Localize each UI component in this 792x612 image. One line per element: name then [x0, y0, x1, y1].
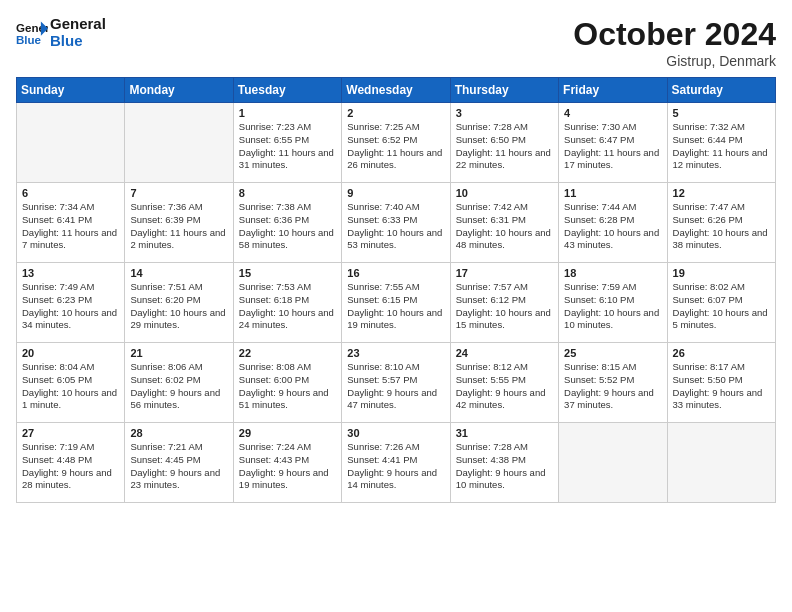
day-info: Sunrise: 7:21 AMSunset: 4:45 PMDaylight:… [130, 441, 227, 492]
day-info: Sunrise: 7:44 AMSunset: 6:28 PMDaylight:… [564, 201, 661, 252]
day-info: Sunrise: 8:17 AMSunset: 5:50 PMDaylight:… [673, 361, 770, 412]
day-info: Sunrise: 7:53 AMSunset: 6:18 PMDaylight:… [239, 281, 336, 332]
calendar-cell [125, 103, 233, 183]
calendar-cell: 28Sunrise: 7:21 AMSunset: 4:45 PMDayligh… [125, 423, 233, 503]
col-monday: Monday [125, 78, 233, 103]
day-info: Sunrise: 7:28 AMSunset: 6:50 PMDaylight:… [456, 121, 553, 172]
calendar-cell: 27Sunrise: 7:19 AMSunset: 4:48 PMDayligh… [17, 423, 125, 503]
day-number: 12 [673, 187, 770, 199]
day-info: Sunrise: 8:06 AMSunset: 6:02 PMDaylight:… [130, 361, 227, 412]
calendar-body: 1Sunrise: 7:23 AMSunset: 6:55 PMDaylight… [17, 103, 776, 503]
calendar-cell [667, 423, 775, 503]
calendar-cell: 1Sunrise: 7:23 AMSunset: 6:55 PMDaylight… [233, 103, 341, 183]
calendar-cell: 22Sunrise: 8:08 AMSunset: 6:00 PMDayligh… [233, 343, 341, 423]
calendar-cell: 3Sunrise: 7:28 AMSunset: 6:50 PMDaylight… [450, 103, 558, 183]
day-number: 3 [456, 107, 553, 119]
day-info: Sunrise: 7:38 AMSunset: 6:36 PMDaylight:… [239, 201, 336, 252]
day-number: 13 [22, 267, 119, 279]
col-tuesday: Tuesday [233, 78, 341, 103]
day-info: Sunrise: 7:30 AMSunset: 6:47 PMDaylight:… [564, 121, 661, 172]
weekday-row: Sunday Monday Tuesday Wednesday Thursday… [17, 78, 776, 103]
day-info: Sunrise: 7:51 AMSunset: 6:20 PMDaylight:… [130, 281, 227, 332]
calendar-cell [559, 423, 667, 503]
day-number: 10 [456, 187, 553, 199]
day-info: Sunrise: 7:36 AMSunset: 6:39 PMDaylight:… [130, 201, 227, 252]
col-wednesday: Wednesday [342, 78, 450, 103]
calendar-cell: 8Sunrise: 7:38 AMSunset: 6:36 PMDaylight… [233, 183, 341, 263]
day-number: 9 [347, 187, 444, 199]
calendar-cell: 25Sunrise: 8:15 AMSunset: 5:52 PMDayligh… [559, 343, 667, 423]
calendar-cell: 10Sunrise: 7:42 AMSunset: 6:31 PMDayligh… [450, 183, 558, 263]
day-info: Sunrise: 7:26 AMSunset: 4:41 PMDaylight:… [347, 441, 444, 492]
day-number: 20 [22, 347, 119, 359]
calendar-week-2: 6Sunrise: 7:34 AMSunset: 6:41 PMDaylight… [17, 183, 776, 263]
calendar-cell: 31Sunrise: 7:28 AMSunset: 4:38 PMDayligh… [450, 423, 558, 503]
day-number: 21 [130, 347, 227, 359]
day-info: Sunrise: 7:57 AMSunset: 6:12 PMDaylight:… [456, 281, 553, 332]
day-info: Sunrise: 8:02 AMSunset: 6:07 PMDaylight:… [673, 281, 770, 332]
calendar-cell: 9Sunrise: 7:40 AMSunset: 6:33 PMDaylight… [342, 183, 450, 263]
calendar-cell: 26Sunrise: 8:17 AMSunset: 5:50 PMDayligh… [667, 343, 775, 423]
calendar-cell: 5Sunrise: 7:32 AMSunset: 6:44 PMDaylight… [667, 103, 775, 183]
day-number: 8 [239, 187, 336, 199]
calendar-cell [17, 103, 125, 183]
day-number: 14 [130, 267, 227, 279]
day-number: 7 [130, 187, 227, 199]
calendar-cell: 2Sunrise: 7:25 AMSunset: 6:52 PMDaylight… [342, 103, 450, 183]
calendar-week-1: 1Sunrise: 7:23 AMSunset: 6:55 PMDaylight… [17, 103, 776, 183]
calendar-cell: 11Sunrise: 7:44 AMSunset: 6:28 PMDayligh… [559, 183, 667, 263]
day-info: Sunrise: 7:24 AMSunset: 4:43 PMDaylight:… [239, 441, 336, 492]
day-number: 26 [673, 347, 770, 359]
calendar-cell: 7Sunrise: 7:36 AMSunset: 6:39 PMDaylight… [125, 183, 233, 263]
day-info: Sunrise: 7:34 AMSunset: 6:41 PMDaylight:… [22, 201, 119, 252]
calendar-cell: 20Sunrise: 8:04 AMSunset: 6:05 PMDayligh… [17, 343, 125, 423]
calendar-cell: 16Sunrise: 7:55 AMSunset: 6:15 PMDayligh… [342, 263, 450, 343]
day-number: 19 [673, 267, 770, 279]
title-block: October 2024 Gistrup, Denmark [573, 16, 776, 69]
day-info: Sunrise: 7:25 AMSunset: 6:52 PMDaylight:… [347, 121, 444, 172]
day-info: Sunrise: 8:04 AMSunset: 6:05 PMDaylight:… [22, 361, 119, 412]
calendar-cell: 19Sunrise: 8:02 AMSunset: 6:07 PMDayligh… [667, 263, 775, 343]
day-number: 15 [239, 267, 336, 279]
month-title: October 2024 [573, 16, 776, 53]
day-number: 17 [456, 267, 553, 279]
day-info: Sunrise: 7:23 AMSunset: 6:55 PMDaylight:… [239, 121, 336, 172]
day-number: 28 [130, 427, 227, 439]
day-info: Sunrise: 7:49 AMSunset: 6:23 PMDaylight:… [22, 281, 119, 332]
logo-blue: Blue [50, 33, 106, 50]
day-number: 22 [239, 347, 336, 359]
calendar-cell: 18Sunrise: 7:59 AMSunset: 6:10 PMDayligh… [559, 263, 667, 343]
day-info: Sunrise: 7:28 AMSunset: 4:38 PMDaylight:… [456, 441, 553, 492]
calendar-cell: 24Sunrise: 8:12 AMSunset: 5:55 PMDayligh… [450, 343, 558, 423]
col-friday: Friday [559, 78, 667, 103]
day-info: Sunrise: 8:15 AMSunset: 5:52 PMDaylight:… [564, 361, 661, 412]
day-number: 11 [564, 187, 661, 199]
header: General Blue General Blue October 2024 G… [16, 16, 776, 69]
day-number: 1 [239, 107, 336, 119]
day-info: Sunrise: 7:47 AMSunset: 6:26 PMDaylight:… [673, 201, 770, 252]
calendar-cell: 4Sunrise: 7:30 AMSunset: 6:47 PMDaylight… [559, 103, 667, 183]
calendar-week-5: 27Sunrise: 7:19 AMSunset: 4:48 PMDayligh… [17, 423, 776, 503]
day-number: 2 [347, 107, 444, 119]
day-info: Sunrise: 7:42 AMSunset: 6:31 PMDaylight:… [456, 201, 553, 252]
day-info: Sunrise: 7:40 AMSunset: 6:33 PMDaylight:… [347, 201, 444, 252]
page: General Blue General Blue October 2024 G… [0, 0, 792, 612]
day-number: 6 [22, 187, 119, 199]
day-info: Sunrise: 8:08 AMSunset: 6:00 PMDaylight:… [239, 361, 336, 412]
calendar-cell: 17Sunrise: 7:57 AMSunset: 6:12 PMDayligh… [450, 263, 558, 343]
logo-general: General [50, 16, 106, 33]
calendar-cell: 14Sunrise: 7:51 AMSunset: 6:20 PMDayligh… [125, 263, 233, 343]
day-number: 16 [347, 267, 444, 279]
day-number: 23 [347, 347, 444, 359]
day-info: Sunrise: 7:19 AMSunset: 4:48 PMDaylight:… [22, 441, 119, 492]
calendar-week-3: 13Sunrise: 7:49 AMSunset: 6:23 PMDayligh… [17, 263, 776, 343]
col-sunday: Sunday [17, 78, 125, 103]
calendar-cell: 21Sunrise: 8:06 AMSunset: 6:02 PMDayligh… [125, 343, 233, 423]
logo-icon: General Blue [16, 19, 48, 47]
calendar-cell: 15Sunrise: 7:53 AMSunset: 6:18 PMDayligh… [233, 263, 341, 343]
calendar-cell: 23Sunrise: 8:10 AMSunset: 5:57 PMDayligh… [342, 343, 450, 423]
calendar-header: Sunday Monday Tuesday Wednesday Thursday… [17, 78, 776, 103]
calendar-cell: 29Sunrise: 7:24 AMSunset: 4:43 PMDayligh… [233, 423, 341, 503]
day-number: 25 [564, 347, 661, 359]
calendar-cell: 30Sunrise: 7:26 AMSunset: 4:41 PMDayligh… [342, 423, 450, 503]
